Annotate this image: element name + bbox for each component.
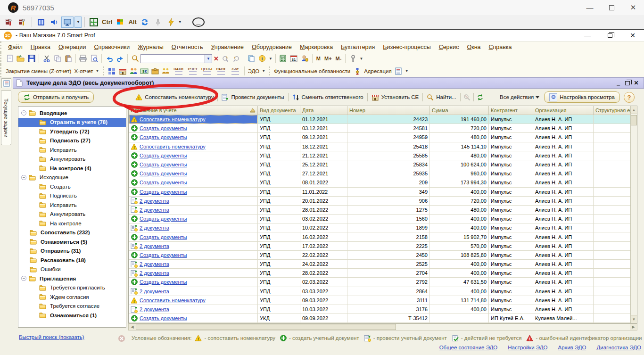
cell[interactable]: 2704: [347, 269, 430, 278]
fullscreen-icon[interactable]: [88, 17, 100, 28]
tree-item-label[interactable]: Входящие: [38, 110, 69, 116]
view-mode-icon[interactable]: [61, 17, 74, 28]
mdi-minimize-button[interactable]: _: [614, 79, 623, 87]
table-row[interactable]: 2 документаУПД10.02.20221899400,00Импуль…: [129, 223, 637, 232]
table-row[interactable]: Создать документыУКД09.09.2022Т-35412ИП …: [129, 314, 637, 323]
cell[interactable]: 1275: [347, 206, 430, 215]
cell[interactable]: 24959: [347, 133, 430, 142]
cell[interactable]: Алиев Н. А. ИП: [533, 296, 594, 305]
cell[interactable]: [594, 287, 631, 296]
tree-item[interactable]: Подписать: [18, 191, 126, 201]
action-link[interactable]: 2 документа: [140, 306, 169, 312]
cell[interactable]: 3111: [347, 296, 430, 305]
action-link[interactable]: 2 документа: [140, 270, 169, 276]
edo-menu-button[interactable]: ЭДО: [247, 68, 261, 74]
cell[interactable]: [594, 169, 631, 178]
service-settings-icon[interactable]: [348, 54, 358, 64]
action-link[interactable]: Сопоставить номенклатуру: [140, 297, 206, 303]
action-link[interactable]: Создать документы: [140, 125, 187, 131]
cell[interactable]: Импульс: [489, 142, 533, 151]
cell[interactable]: Алиев Н. А. ИП: [533, 215, 594, 223]
cell[interactable]: [594, 260, 631, 269]
cell[interactable]: 400,00: [430, 269, 489, 278]
scroll-left-icon[interactable]: ◀: [129, 324, 136, 330]
action-cell[interactable]: 2 документа: [129, 269, 258, 278]
paste-icon[interactable]: [63, 54, 73, 64]
mdi-titlebar[interactable]: Текущие дела ЭДО (весь документооборот) …: [13, 77, 644, 89]
menu-правка[interactable]: Правка: [31, 44, 50, 50]
menu-сервис[interactable]: Сервис: [439, 44, 459, 50]
all-actions-button[interactable]: Все действия: [500, 94, 539, 100]
cell[interactable]: Алиев Н. А. ИП: [533, 160, 594, 169]
horizontal-scrollbar[interactable]: ◀ ▶: [128, 323, 637, 330]
cell[interactable]: Импульс: [489, 115, 533, 124]
cell[interactable]: 21.12.2021: [300, 151, 347, 160]
action-cell[interactable]: 2 документа: [129, 260, 258, 269]
column-header[interactable]: Отражение в учете: [129, 106, 258, 115]
table-row[interactable]: Создать документыУПД21.12.202125585480,0…: [129, 151, 637, 160]
table-row[interactable]: 2 документаУПД24.02.20222525400,00Импуль…: [129, 260, 637, 269]
cell[interactable]: Импульс: [489, 188, 533, 197]
cell[interactable]: 400,00: [430, 287, 489, 296]
action-cell[interactable]: Создать документы: [129, 124, 258, 133]
table-row[interactable]: Создать документыУПД11.01.2022349400,00И…: [129, 188, 637, 197]
cell[interactable]: 24.02.2022: [300, 260, 347, 269]
cell[interactable]: 480,00: [430, 151, 489, 160]
badge-цены[interactable]: ЦЕНЫ: [200, 67, 214, 75]
cell[interactable]: 10.02.2022: [300, 223, 347, 232]
cell[interactable]: Импульс: [489, 124, 533, 133]
cell[interactable]: 720,00: [430, 124, 489, 133]
memory-mminus-button[interactable]: M-: [334, 56, 344, 61]
cell[interactable]: УПД: [258, 197, 300, 206]
tree-item-label[interactable]: Аннулировать: [48, 156, 87, 162]
calculator-icon[interactable]: [278, 54, 288, 64]
cell[interactable]: 570,00: [430, 242, 489, 251]
menu-файл[interactable]: Файл: [8, 44, 23, 50]
action-link[interactable]: 2 документа: [140, 261, 169, 267]
cell[interactable]: Импульс: [489, 251, 533, 260]
tree-item[interactable]: На контроле: [18, 219, 126, 228]
action-cell[interactable]: Создать документы: [129, 314, 258, 323]
table-row[interactable]: 2 документаУПД17.02.20222225570,00Импуль…: [129, 242, 637, 251]
tree-item[interactable]: Утвердить (72): [18, 127, 126, 136]
cell[interactable]: [594, 133, 631, 142]
table-row[interactable]: 2 документаУПД20.01.2022906720,00Импульс…: [129, 197, 637, 206]
cell[interactable]: 28.01.2022: [300, 206, 347, 215]
tree-item[interactable]: Создать: [18, 182, 126, 191]
tree-item-label[interactable]: Приглашения: [38, 275, 78, 282]
action-cell[interactable]: 2 документа: [129, 305, 258, 314]
cell[interactable]: [594, 188, 631, 197]
cell[interactable]: Алиев Н. А. ИП: [533, 169, 594, 178]
action-cell[interactable]: Создать документы: [129, 251, 258, 260]
tree-item-label[interactable]: Создать: [48, 183, 73, 190]
find-next-icon[interactable]: [231, 54, 241, 64]
cell[interactable]: 22.02.2022: [300, 251, 347, 260]
view-settings-button[interactable]: ⚙ Настройка просмотра: [544, 91, 620, 103]
cell[interactable]: УПД: [258, 115, 300, 124]
cell[interactable]: 349: [347, 188, 430, 197]
cell[interactable]: 09.09.2022: [300, 314, 347, 323]
tree-item-label[interactable]: Ждем согласия: [48, 294, 91, 300]
memory-mplus-button[interactable]: M+: [322, 56, 334, 61]
action-link[interactable]: Создать документы: [140, 134, 187, 140]
footer-link[interactable]: Общее состояние ЭДО: [439, 345, 498, 350]
cell[interactable]: 24581: [347, 124, 430, 133]
match-nomenclature-button[interactable]: !Сопоставить номенклатуру: [132, 94, 216, 101]
redo-icon[interactable]: [115, 54, 125, 64]
tree-item-label[interactable]: Исходящие: [38, 174, 70, 181]
cell[interactable]: УПД: [258, 260, 300, 269]
action-link[interactable]: Создать документы: [140, 189, 187, 195]
action-cell[interactable]: 2 документа: [129, 206, 258, 215]
cell[interactable]: [594, 305, 631, 314]
duplicate-pages-icon[interactable]: [247, 54, 256, 64]
copy-icon[interactable]: [52, 54, 62, 64]
tree-item-label[interactable]: Требуется пригласить: [48, 284, 107, 291]
badge-счет[interactable]: СЧЕТ: [186, 67, 199, 75]
cell[interactable]: Алиев Н. А. ИП: [533, 206, 594, 215]
cell[interactable]: Алиев Н. А. ИП: [533, 232, 594, 241]
tree-item-label[interactable]: Отправить (31): [39, 248, 83, 254]
menu-отчетность[interactable]: Отчетность: [172, 44, 203, 50]
info-icon[interactable]: i: [257, 54, 267, 64]
tree-item[interactable]: Ознакомиться (5): [18, 237, 126, 247]
column-header[interactable]: Сумма: [430, 106, 489, 115]
